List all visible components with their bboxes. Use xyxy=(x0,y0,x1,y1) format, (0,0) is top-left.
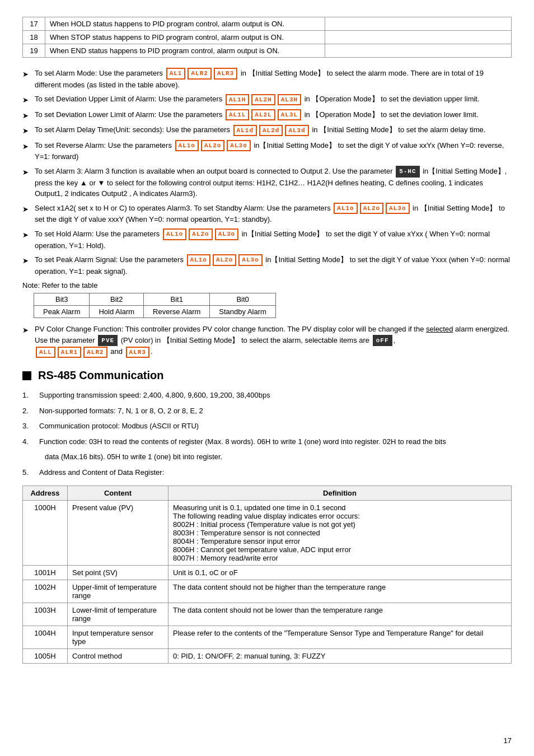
bullet-arrow: ➤ xyxy=(22,255,30,267)
param-box: oFF xyxy=(373,335,392,346)
list-number: 4. xyxy=(22,436,39,447)
param-box: AL2o xyxy=(201,140,224,151)
row-extra xyxy=(325,31,512,44)
list-content: Address and Content of Data Register: xyxy=(39,467,512,478)
note-label: Note: Refer to the table xyxy=(22,281,512,290)
definition-cell: The data content should not be higher th… xyxy=(168,580,512,603)
param-box: AL1o xyxy=(175,140,199,151)
table-row: 17 When HOLD status happens to PID progr… xyxy=(23,17,512,31)
list-content: Function code: 03H to read the contents … xyxy=(39,436,512,447)
content-cell: Set point (SV) xyxy=(68,566,168,580)
definition-cell: 0: PID, 1: ON/OFF, 2: manual tuning, 3: … xyxy=(168,649,512,664)
param-box: AL2o xyxy=(213,254,236,265)
note-table-header: Bit0 xyxy=(210,293,276,306)
bullet-item: ➤To set Deviation Lower Limit of Alarm: … xyxy=(22,109,512,122)
bullet-item: ➤To set Deviation Upper Limit of Alarm: … xyxy=(22,94,512,106)
bullet-item: ➤To set Peak Alarm Signal: Use the param… xyxy=(22,254,512,277)
row-extra xyxy=(325,44,512,58)
list-number: 2. xyxy=(22,405,39,417)
list-item: 1.Supporting transmission speed: 2,400, … xyxy=(22,390,512,401)
param-box: 5-HC xyxy=(396,166,419,177)
param-box: AL1o xyxy=(163,228,186,240)
address-cell: 1002H xyxy=(23,580,68,603)
note-table-cell: Reverse Alarm xyxy=(144,306,210,318)
bullet-arrow: ➤ xyxy=(22,95,30,106)
bullet-arrow: ➤ xyxy=(22,325,30,336)
list-content: Non-supported formats: 7, N, 1 or 8, O, … xyxy=(39,405,512,417)
note-table-header: Bit2 xyxy=(90,293,144,306)
list-item-indent: data (Max.16 bits). 05H to write 1 (one)… xyxy=(22,451,512,463)
bullet-arrow: ➤ xyxy=(22,167,30,178)
param-box: AL1d xyxy=(233,125,257,136)
bullet-item: ➤To set Alarm Mode: Use the parameters A… xyxy=(22,68,512,90)
param-box: AL3o xyxy=(386,203,409,214)
content-cell: Lower-limit of temperature range xyxy=(68,603,168,626)
section-title: RS-485 Communication xyxy=(38,369,163,382)
table-row: 1001HSet point (SV)Unit is 0.1, oC or oF xyxy=(23,566,512,580)
content-cell: Upper-limit of temperature range xyxy=(68,580,168,603)
list-number: 1. xyxy=(22,390,39,401)
row-extra xyxy=(325,17,512,31)
bullet-arrow: ➤ xyxy=(22,141,30,152)
row-desc: When END status happens to PID program c… xyxy=(45,44,325,58)
param-box: ALR2 xyxy=(188,68,211,79)
rs485-heading: RS-485 Communication xyxy=(22,369,512,382)
address-cell: 1005H xyxy=(23,649,68,664)
data-table-header: Definition xyxy=(168,486,512,501)
param-box: AL2o xyxy=(360,203,383,214)
square-icon xyxy=(22,371,31,380)
param-box: AL2d xyxy=(259,125,283,136)
content-cell: Present value (PV) xyxy=(68,501,168,566)
param-box: AL3o xyxy=(215,228,238,240)
note-table-cell: Standby Alarm xyxy=(210,306,276,318)
note-table-header: Bit1 xyxy=(144,293,210,306)
param-box: ALR1 xyxy=(58,347,81,358)
table-row: 1002HUpper-limit of temperature rangeThe… xyxy=(23,580,512,603)
param-box: AL1H xyxy=(226,94,249,105)
top-alarm-table: 17 When HOLD status happens to PID progr… xyxy=(22,17,512,58)
address-cell: 1003H xyxy=(23,603,68,626)
data-register-table: AddressContentDefinition1000HPresent val… xyxy=(22,486,512,664)
content-cell: Input temperature sensor type xyxy=(68,626,168,649)
row-desc: When HOLD status happens to PID program … xyxy=(45,17,325,31)
bullet-item: ➤To set Hold Alarm: Use the parameters A… xyxy=(22,228,512,251)
row-num: 19 xyxy=(23,44,45,58)
page-number: 17 xyxy=(504,736,512,745)
bullet-text: To set Alarm Delay Time(Unit: seconds): … xyxy=(35,124,512,136)
list-content: Communication protocol: Modbus (ASCII or… xyxy=(39,421,512,432)
bullet-arrow: ➤ xyxy=(22,230,30,241)
bullet-text: To set Peak Alarm Signal: Use the parame… xyxy=(35,254,512,277)
bullet-item: ➤To set Reverse Alarm: Use the parameter… xyxy=(22,140,512,162)
bullet-arrow: ➤ xyxy=(22,204,30,215)
list-item: 5.Address and Content of Data Register: xyxy=(22,467,512,478)
list-item: 4.Function code: 03H to read the content… xyxy=(22,436,512,447)
pv-color-section: ➤PV Color Change Function: This controll… xyxy=(22,324,512,358)
param-box: AL3L xyxy=(278,109,301,120)
list-number: 5. xyxy=(22,467,39,478)
note-table-cell: Hold Alarm xyxy=(90,306,144,318)
list-number: 3. xyxy=(22,421,39,432)
param-box: AL3o xyxy=(227,140,250,151)
bullet-item: ➤Select x1A2( set x to H or C) to operat… xyxy=(22,203,512,225)
table-row: 1000HPresent value (PV)Measuring unit is… xyxy=(23,501,512,566)
table-row: 19 When END status happens to PID progra… xyxy=(23,44,512,58)
numbered-list: 1.Supporting transmission speed: 2,400, … xyxy=(22,390,512,478)
table-row: 1005HControl method0: PID, 1: ON/OFF, 2:… xyxy=(23,649,512,664)
bullet-arrow: ➤ xyxy=(22,110,30,122)
note-table-cell: Peak Alarm xyxy=(34,306,90,318)
row-desc: When STOP status happens to PID program … xyxy=(45,31,325,44)
row-num: 17 xyxy=(23,17,45,31)
param-box: AL2H xyxy=(251,94,275,105)
param-box: PVE xyxy=(98,335,118,346)
address-cell: 1000H xyxy=(23,501,68,566)
bullet-item: ➤To set Alarm Delay Time(Unit: seconds):… xyxy=(22,124,512,137)
table-row: 1003HLower-limit of temperature rangeThe… xyxy=(23,603,512,626)
definition-cell: The data content should not be lower tha… xyxy=(168,603,512,626)
param-box: AL1o xyxy=(187,254,210,265)
param-box: ALR2 xyxy=(83,347,107,358)
row-num: 18 xyxy=(23,31,45,44)
list-indent-content: data (Max.16 bits). 05H to write 1 (one)… xyxy=(39,451,512,463)
definition-cell: Unit is 0.1, oC or oF xyxy=(168,566,512,580)
param-box: AL1 xyxy=(166,68,186,79)
bullet-text: To set Alarm Mode: Use the parameters AL… xyxy=(35,68,512,90)
